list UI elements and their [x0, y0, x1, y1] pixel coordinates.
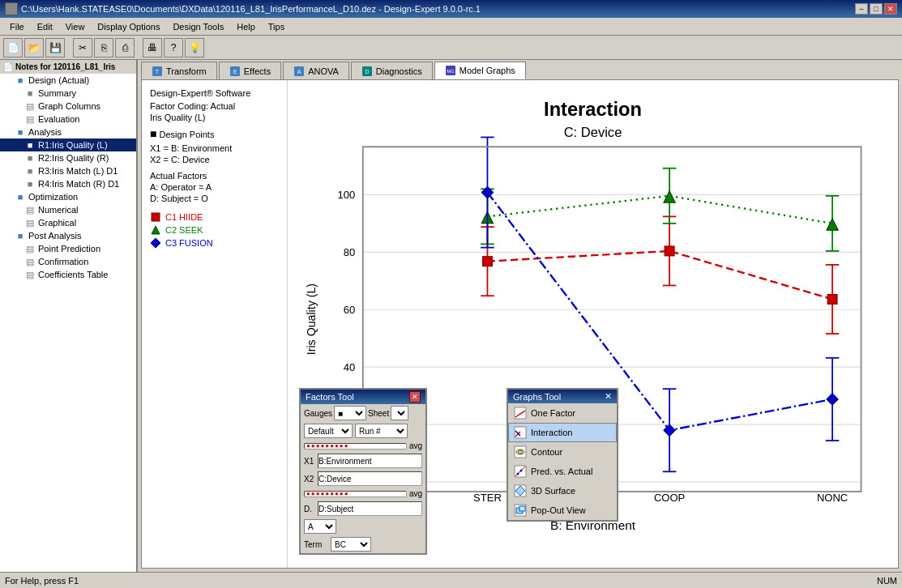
r4-icon: ■ — [24, 178, 36, 190]
tab-effects[interactable]: E Effects — [219, 62, 281, 79]
sheet-select[interactable]: ■ — [391, 406, 408, 420]
main-area: 📄 Notes for 120116_L81_Iris ■ Design (Ac… — [0, 60, 902, 572]
menu-item-design-tools[interactable]: Design Tools — [166, 20, 230, 33]
a-select[interactable]: A — [304, 519, 336, 534]
svg-text:100: 100 — [338, 189, 356, 201]
new-button[interactable]: 📄 — [3, 38, 23, 58]
menu-item-edit[interactable]: Edit — [31, 20, 59, 33]
svg-rect-44 — [827, 295, 837, 305]
svg-text:STER: STER — [473, 492, 502, 504]
sidebar-item-design[interactable]: ■ Design (Actual) — [0, 74, 136, 87]
content-area: T Transform E Effects A ANOVA D Diagnost… — [138, 60, 902, 572]
sidebar-item-r2[interactable]: ■ R2:Iris Quality (R) — [0, 151, 136, 164]
print-button[interactable]: 🖶 — [143, 38, 162, 58]
svg-text:C: Device: C: Device — [564, 125, 622, 140]
software-label: Design-Expert® Software — [150, 88, 279, 98]
menu-item-help[interactable]: Help — [230, 20, 262, 33]
tab-anova[interactable]: A ANOVA — [283, 62, 349, 79]
app-icon — [5, 2, 18, 15]
tips-button[interactable]: 💡 — [185, 38, 204, 58]
tab-transform[interactable]: T Transform — [141, 62, 217, 79]
x2-label: X2 = C: Device — [150, 155, 279, 164]
graphs-btn-pred-actual[interactable]: Pred. vs. Actual — [508, 462, 617, 481]
sidebar-item-r3[interactable]: ■ R3:Iris Match (L) D1 — [0, 164, 136, 177]
main-panel: Design-Expert® Software Factor Coding: A… — [141, 79, 899, 569]
sidebar-item-point-prediction[interactable]: ▤ Point Prediction — [0, 242, 136, 255]
legend-c1-label: C1 HIIDE — [165, 212, 203, 222]
pp-icon: ▤ — [24, 243, 36, 254]
x2-input[interactable] — [318, 471, 422, 486]
coeff-icon: ▤ — [24, 269, 36, 280]
svg-text:D: D — [365, 69, 369, 75]
cut-button[interactable]: ✂ — [73, 38, 92, 58]
graphs-btn-interaction[interactable]: Interaction — [508, 423, 617, 442]
sidebar-item-summary[interactable]: ■ Summary — [0, 87, 136, 100]
svg-text:40: 40 — [344, 361, 355, 373]
factors-tool-close-button[interactable]: ✕ — [409, 391, 421, 403]
svg-rect-42 — [483, 257, 493, 266]
svg-text:NONC: NONC — [817, 492, 848, 504]
x1-row: X1 — [301, 452, 425, 470]
sidebar-item-coefficients-table[interactable]: ▤ Coefficients Table — [0, 268, 136, 281]
graphs-btn-popout[interactable]: Pop-Out View — [508, 501, 617, 520]
graphs-btn-contour[interactable]: Contour — [508, 442, 617, 462]
sidebar-item-post-analysis[interactable]: ■ Post Analysis — [0, 229, 136, 242]
sidebar-item-confirmation[interactable]: ▤ Confirmation — [0, 255, 136, 268]
d-slider[interactable]: ●●●●●●●●● — [304, 491, 407, 497]
factors-tool: Factors Tool ✕ Gauges ■ Sheet ■ Default … — [299, 388, 427, 555]
svg-text:E: E — [233, 69, 237, 75]
graphs-tool-title: Graphs Tool ✕ — [508, 390, 617, 403]
title-text: C:\Users\Hank.STATEASE0\Documents\DXData… — [21, 4, 855, 14]
tab-bar: T Transform E Effects A ANOVA D Diagnost… — [138, 60, 902, 79]
x2-label: X2 — [304, 475, 315, 484]
sidebar-item-evaluation[interactable]: ▤ Evaluation — [0, 113, 136, 126]
x1-input[interactable] — [318, 454, 422, 468]
sidebar-item-r1[interactable]: ■ R1:Iris Quality (L) — [0, 138, 136, 151]
svg-text:COOP: COOP — [654, 492, 685, 504]
menu-item-tips[interactable]: Tips — [262, 20, 291, 33]
svg-text:MG: MG — [447, 69, 455, 74]
mg-icon: MG — [445, 65, 456, 76]
tab-diagnostics[interactable]: D Diagnostics — [351, 62, 433, 79]
graphs-btn-one-factor[interactable]: One Factor — [508, 403, 617, 423]
main-slider[interactable]: ●●●●●●●●● — [304, 443, 407, 450]
r1-icon: ■ — [24, 139, 36, 151]
eval-icon: ▤ — [24, 113, 36, 125]
copy-button[interactable]: ⎘ — [94, 38, 113, 58]
factors-tool-default-row: Default Run # — [301, 422, 425, 440]
menu-item-file[interactable]: File — [3, 20, 31, 33]
avg-label-main: avg — [409, 441, 422, 450]
mode-indicator: NUM — [877, 576, 897, 586]
sidebar-item-optimization[interactable]: ■ Optimization — [0, 190, 136, 203]
factor-coding-label: Factor Coding: Actual — [150, 101, 279, 111]
sidebar-item-graphical[interactable]: ▤ Graphical — [0, 216, 136, 229]
run-select[interactable]: Run # — [355, 424, 408, 438]
sidebar-item-graph-columns[interactable]: ▤ Graph Columns — [0, 100, 136, 113]
help-button[interactable]: ? — [164, 38, 183, 58]
sidebar-item-r4[interactable]: ■ R4:Iris Match (R) D1 — [0, 177, 136, 190]
factor-a-label: A: Operator = A — [150, 182, 279, 192]
sidebar-item-numerical[interactable]: ▤ Numerical — [0, 203, 136, 216]
graph-icon: ▤ — [24, 217, 36, 228]
term-select[interactable]: BC — [331, 537, 371, 552]
x2-row: X2 — [301, 470, 425, 488]
minimize-button[interactable]: – — [855, 3, 868, 15]
menu-item-view[interactable]: View — [59, 20, 92, 33]
graphs-tool-close-button[interactable]: ✕ — [605, 391, 612, 402]
tab-model-graphs[interactable]: MG Model Graphs — [434, 62, 526, 79]
maximize-button[interactable]: □ — [870, 3, 883, 15]
factors-tool-gauges-row: Gauges ■ Sheet ■ — [301, 404, 425, 422]
paste-button[interactable]: ⎙ — [115, 38, 135, 58]
d-input[interactable] — [318, 501, 422, 516]
save-button[interactable]: 💾 — [45, 38, 65, 58]
graphs-btn-3d-surface[interactable]: 3D Surface — [508, 481, 617, 501]
gauges-select[interactable]: ■ — [334, 406, 366, 420]
svg-point-81 — [520, 470, 523, 472]
default-select[interactable]: Default — [304, 424, 353, 438]
toolbar: 📄 📂 💾 ✂ ⎘ ⎙ 🖶 ? 💡 — [0, 36, 902, 60]
menu-item-display-options[interactable]: Display Options — [91, 20, 166, 33]
close-button[interactable]: ✕ — [884, 3, 897, 15]
sidebar-item-analysis[interactable]: ■ Analysis — [0, 126, 136, 138]
contour-icon — [514, 445, 527, 458]
open-button[interactable]: 📂 — [24, 38, 44, 58]
